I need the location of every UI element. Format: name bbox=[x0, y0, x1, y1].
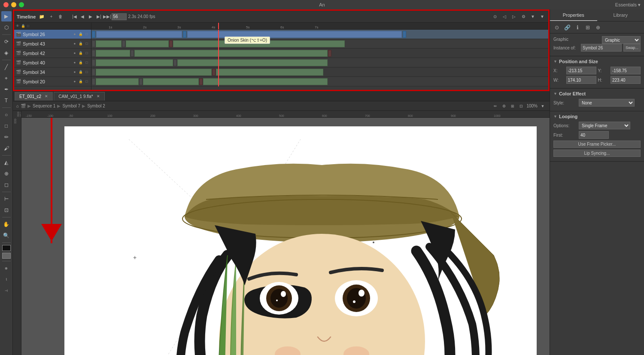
onion-skin-btn[interactable]: ⊙ bbox=[492, 13, 498, 20]
breadcrumb-home[interactable]: ⌂ bbox=[16, 104, 19, 108]
next-frame-btn[interactable]: ▶| bbox=[95, 13, 102, 20]
layer-row-symbol43[interactable]: 🎬 Symbol 43 ● 🔒 □ bbox=[14, 39, 91, 49]
timeline-minimize-btn[interactable]: ▼ bbox=[539, 13, 546, 20]
line-tool-button[interactable]: ╱ bbox=[1, 62, 12, 72]
play-btn[interactable]: ▶ bbox=[87, 13, 94, 20]
tab-library[interactable]: Library bbox=[597, 9, 644, 21]
essentials-button[interactable]: Essentials ▾ bbox=[615, 2, 641, 8]
layer-outline-symbol26[interactable]: □ bbox=[84, 32, 89, 37]
layer-lock-symbol26[interactable]: 🔒 bbox=[78, 32, 83, 37]
zoom-tool-button[interactable]: 🔍 bbox=[1, 230, 12, 241]
options-dropdown[interactable]: Single Frame bbox=[579, 122, 630, 129]
layer-outline-symbol43[interactable]: □ bbox=[84, 41, 89, 46]
style-dropdown[interactable]: None bbox=[579, 99, 635, 107]
layer-row-symbol42[interactable]: 🎬 Symbol 42 ● 🔒 □ bbox=[14, 49, 91, 58]
h-input[interactable] bbox=[611, 76, 641, 84]
timeline-folder-btn[interactable]: 📁 bbox=[38, 13, 45, 20]
layer-lock-symbol34[interactable]: 🔒 bbox=[78, 70, 83, 75]
rect-tool-button[interactable]: □ bbox=[1, 121, 12, 131]
snap-to-objects-button[interactable]: ⊕ bbox=[1, 263, 12, 273]
breadcrumb-symbol2[interactable]: Symbol 2 bbox=[87, 104, 105, 108]
frame-row-symbol42[interactable] bbox=[91, 49, 548, 58]
timeline-add-btn[interactable]: + bbox=[48, 13, 55, 20]
onion-skin-prev-btn[interactable]: ◁ bbox=[501, 13, 508, 20]
minimize-button[interactable] bbox=[11, 2, 16, 7]
lip-syncing-button[interactable]: Lip Syncing... bbox=[553, 150, 641, 157]
layer-visible-symbol42[interactable]: ● bbox=[72, 51, 77, 56]
looping-header[interactable]: ▼ Looping bbox=[553, 114, 641, 119]
hand-tool-button[interactable]: ✋ bbox=[1, 219, 12, 230]
pencil-tool-button[interactable]: ✏ bbox=[1, 132, 12, 142]
layer-outline-symbol40[interactable]: □ bbox=[84, 60, 89, 65]
onion-skin-next-btn[interactable]: ▷ bbox=[510, 13, 517, 20]
layer-row-symbol20[interactable]: 🎬 Symbol 20 ● 🔒 □ bbox=[14, 77, 91, 86]
stage-grid-btn[interactable]: ⊞ bbox=[509, 103, 516, 110]
panel-icon-1[interactable]: ⊙ bbox=[553, 23, 561, 32]
subselection-tool-button[interactable]: ⬡ bbox=[1, 22, 12, 33]
camera-tool-button[interactable]: ⊡ bbox=[1, 205, 12, 215]
oval-tool-button[interactable]: ○ bbox=[1, 110, 12, 120]
stage-tab-camv01-close[interactable]: ✕ bbox=[97, 94, 100, 98]
prev-frame-btn[interactable]: ◀ bbox=[79, 13, 86, 20]
timeline-options-btn[interactable]: ▼ bbox=[529, 13, 536, 20]
layer-outline-symbol20[interactable]: □ bbox=[84, 79, 89, 84]
layer-row-symbol34[interactable]: 🎬 Symbol 34 ● 🔒 □ bbox=[14, 67, 91, 77]
color-effect-header[interactable]: ▼ Color Effect bbox=[553, 91, 641, 96]
first-input[interactable] bbox=[579, 131, 609, 139]
text-tool-button[interactable]: T bbox=[1, 95, 12, 106]
layer-visible-symbol40[interactable]: ● bbox=[72, 60, 77, 65]
paint-bucket-tool-button[interactable]: ◭ bbox=[1, 157, 12, 168]
panel-icon-3[interactable]: ℹ bbox=[573, 23, 582, 32]
timeline-settings-btn[interactable]: ⚙ bbox=[520, 13, 527, 20]
timeline-trash-btn[interactable]: 🗑 bbox=[57, 13, 64, 20]
stage-tab-camv01[interactable]: CAM_v01_1 9.fla* ✕ bbox=[54, 92, 105, 101]
panel-icon-4[interactable]: ⊞ bbox=[583, 23, 592, 32]
tab-properties[interactable]: Properties bbox=[550, 9, 597, 21]
swap-button[interactable]: Swap... bbox=[623, 44, 641, 52]
layer-lock-symbol40[interactable]: 🔒 bbox=[78, 60, 83, 65]
x-input[interactable] bbox=[566, 67, 596, 74]
first-frame-btn[interactable]: |◀ bbox=[71, 13, 78, 20]
pen-tool-button[interactable]: ✒ bbox=[1, 84, 12, 95]
straighten-button[interactable]: ⊣ bbox=[1, 285, 12, 296]
layer-visible-symbol26[interactable]: ● bbox=[72, 32, 77, 37]
stage-fit-btn[interactable]: ⊡ bbox=[518, 103, 525, 110]
graphic-type-dropdown[interactable]: Graphic bbox=[602, 36, 641, 44]
panel-icon-2[interactable]: 🔗 bbox=[563, 23, 571, 32]
frame-row-symbol43[interactable] bbox=[91, 39, 548, 49]
frame-row-symbol40[interactable] bbox=[91, 58, 548, 67]
selection-tool-button[interactable]: ▶ bbox=[1, 11, 12, 21]
layer-row-symbol40[interactable]: 🎬 Symbol 40 ● 🔒 □ bbox=[14, 58, 91, 67]
eraser-tool-button[interactable]: ◻ bbox=[1, 180, 12, 190]
stage-tab-et001-close[interactable]: ✕ bbox=[45, 94, 48, 98]
layer-outline-symbol42[interactable]: □ bbox=[84, 51, 89, 56]
layer-outline-symbol34[interactable]: □ bbox=[84, 70, 89, 75]
stroke-color-swatch[interactable] bbox=[2, 245, 11, 251]
layer-visible-symbol34[interactable]: ● bbox=[72, 70, 77, 75]
frame-input[interactable] bbox=[112, 13, 127, 20]
breadcrumb-symbol7[interactable]: Symbol 7 bbox=[62, 104, 80, 108]
position-section-header[interactable]: ▼ Position and Size bbox=[553, 59, 641, 64]
brush-tool-button[interactable]: 🖌 bbox=[1, 143, 12, 153]
frame-row-symbol34[interactable] bbox=[91, 67, 548, 77]
lasso-tool-button[interactable]: ⌖ bbox=[1, 73, 12, 83]
last-frame-btn[interactable]: ▶▶| bbox=[103, 13, 110, 20]
free-transform-tool-button[interactable]: ⟳ bbox=[1, 37, 12, 47]
use-frame-picker-button[interactable]: Use Frame Picker... bbox=[553, 141, 641, 148]
breadcrumb-sequence1[interactable]: Sequence 1 bbox=[33, 104, 55, 108]
w-input[interactable] bbox=[566, 76, 596, 84]
fill-color-swatch[interactable] bbox=[2, 253, 11, 259]
panel-icon-5[interactable]: ⊕ bbox=[594, 23, 602, 32]
layer-row-symbol26[interactable]: 🎬 Symbol 26 ● 🔒 □ bbox=[14, 30, 91, 39]
smooth-button[interactable]: ⌇ bbox=[1, 274, 12, 285]
frame-row-symbol26[interactable] bbox=[91, 30, 548, 39]
canvas-container[interactable]: + bbox=[21, 118, 550, 355]
layer-visible-symbol20[interactable]: ● bbox=[72, 79, 77, 84]
layer-lock-symbol42[interactable]: 🔒 bbox=[78, 51, 83, 56]
eyedropper-tool-button[interactable]: ⊕ bbox=[1, 168, 12, 179]
stage-settings-btn[interactable]: ⚙ bbox=[501, 103, 507, 110]
stage-tab-et001[interactable]: ET_001_c2 ✕ bbox=[15, 92, 53, 101]
canvas-stage[interactable]: + bbox=[64, 126, 537, 355]
layer-lock-symbol20[interactable]: 🔒 bbox=[78, 79, 83, 84]
frame-row-symbol20[interactable] bbox=[91, 77, 548, 86]
